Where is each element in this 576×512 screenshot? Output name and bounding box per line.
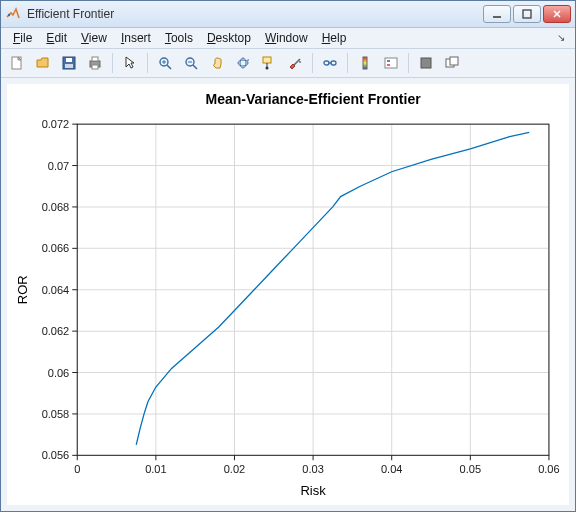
svg-text:0.068: 0.068 xyxy=(42,200,70,212)
svg-point-23 xyxy=(266,66,269,69)
svg-text:0.056: 0.056 xyxy=(42,449,70,461)
svg-text:0.05: 0.05 xyxy=(460,463,481,475)
axes-container: 00.010.020.030.040.050.060.0560.0580.060… xyxy=(7,84,569,506)
pan-button[interactable] xyxy=(205,51,229,75)
maximize-button[interactable] xyxy=(513,5,541,23)
colorbar-button[interactable] xyxy=(353,51,377,75)
toolbar-sep xyxy=(147,53,148,73)
menu-insert[interactable]: Insert xyxy=(115,29,157,47)
figure-area: 00.010.020.030.040.050.060.0560.0580.060… xyxy=(1,78,575,512)
menu-tools[interactable]: Tools xyxy=(159,29,199,47)
svg-text:0.062: 0.062 xyxy=(42,325,70,337)
menu-window[interactable]: Window xyxy=(259,29,314,47)
chart-svg: 00.010.020.030.040.050.060.0560.0580.060… xyxy=(7,84,569,506)
menu-edit[interactable]: Edit xyxy=(40,29,73,47)
svg-text:0.02: 0.02 xyxy=(224,463,245,475)
svg-text:0.066: 0.066 xyxy=(42,242,70,254)
svg-rect-11 xyxy=(92,65,98,69)
save-button[interactable] xyxy=(57,51,81,75)
svg-text:Mean-Variance-Efficient Fronti: Mean-Variance-Efficient Frontier xyxy=(205,91,421,107)
svg-rect-29 xyxy=(385,58,397,68)
svg-rect-8 xyxy=(65,64,73,68)
figure-window: Efficient Frontier File Edit View Insert… xyxy=(0,0,576,512)
brush-button[interactable] xyxy=(283,51,307,75)
svg-text:0.03: 0.03 xyxy=(302,463,323,475)
svg-rect-7 xyxy=(66,58,72,62)
new-figure-button[interactable] xyxy=(5,51,29,75)
close-button[interactable] xyxy=(543,5,571,23)
svg-text:0.07: 0.07 xyxy=(48,159,69,171)
svg-line-17 xyxy=(193,65,197,69)
svg-text:0.01: 0.01 xyxy=(145,463,166,475)
svg-rect-32 xyxy=(421,58,431,68)
open-file-button[interactable] xyxy=(31,51,55,75)
svg-text:0: 0 xyxy=(74,463,80,475)
svg-text:0.04: 0.04 xyxy=(381,463,402,475)
svg-text:0.064: 0.064 xyxy=(42,283,70,295)
svg-text:0.06: 0.06 xyxy=(48,366,69,378)
window-controls xyxy=(483,5,571,23)
toolbar-sep xyxy=(347,53,348,73)
show-plot-tools-button[interactable] xyxy=(440,51,464,75)
edit-plot-button[interactable] xyxy=(118,51,142,75)
svg-rect-28 xyxy=(363,57,367,69)
window-title: Efficient Frontier xyxy=(27,7,483,21)
menu-view[interactable]: View xyxy=(75,29,113,47)
rotate-button[interactable] xyxy=(231,51,255,75)
titlebar: Efficient Frontier xyxy=(1,1,575,28)
dock-icon[interactable]: ↘ xyxy=(553,32,569,43)
toolbar-sep xyxy=(112,53,113,73)
toolbar xyxy=(1,49,575,78)
svg-point-0 xyxy=(8,14,10,16)
hide-plot-tools-button[interactable] xyxy=(414,51,438,75)
svg-text:0.072: 0.072 xyxy=(42,118,70,130)
svg-line-13 xyxy=(167,65,171,69)
zoom-out-button[interactable] xyxy=(179,51,203,75)
svg-text:ROR: ROR xyxy=(15,275,30,304)
svg-text:Risk: Risk xyxy=(300,483,326,498)
svg-rect-10 xyxy=(92,57,98,61)
svg-text:0.06: 0.06 xyxy=(538,463,559,475)
menu-file[interactable]: File xyxy=(7,29,38,47)
legend-button[interactable] xyxy=(379,51,403,75)
matlab-icon xyxy=(5,6,21,22)
menubar: File Edit View Insert Tools Desktop Wind… xyxy=(1,28,575,49)
toolbar-sep xyxy=(408,53,409,73)
menu-desktop[interactable]: Desktop xyxy=(201,29,257,47)
svg-rect-2 xyxy=(523,10,531,18)
zoom-in-button[interactable] xyxy=(153,51,177,75)
minimize-button[interactable] xyxy=(483,5,511,23)
svg-text:0.058: 0.058 xyxy=(42,407,70,419)
data-cursor-button[interactable] xyxy=(257,51,281,75)
menu-help[interactable]: Help xyxy=(316,29,353,47)
svg-rect-34 xyxy=(450,57,458,65)
print-button[interactable] xyxy=(83,51,107,75)
svg-rect-21 xyxy=(263,57,271,63)
toolbar-sep xyxy=(312,53,313,73)
link-plot-button[interactable] xyxy=(318,51,342,75)
